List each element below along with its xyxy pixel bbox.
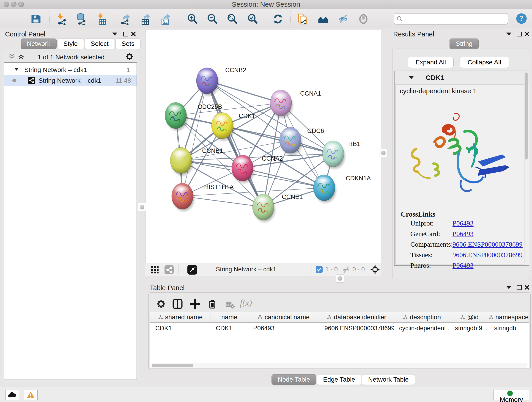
tab-node-table[interactable]: Node Table (272, 374, 316, 385)
crosslink-link[interactable]: P06493 (452, 230, 474, 238)
table-cell[interactable]: CDK1 (150, 323, 211, 333)
crosslink-link[interactable]: 9606.ENSP00000378699 (452, 251, 523, 259)
bottom-splitter-handle[interactable] (336, 274, 344, 283)
show-all-button[interactable] (357, 13, 370, 26)
control-panel-float-icon[interactable] (123, 32, 128, 36)
hidden-eye-slash-icon[interactable] (342, 266, 351, 274)
save-icon (30, 13, 42, 25)
tab-network-table[interactable]: Network Table (362, 374, 415, 385)
create-column-button[interactable] (188, 297, 202, 311)
crosslink-link[interactable]: 9606.ENSP00000378699 (452, 240, 523, 248)
protein-section-header[interactable]: CDK1 (394, 71, 529, 84)
network-collection-row[interactable]: String Network – cdk1 1 (4, 65, 137, 75)
results-splitter[interactable] (389, 30, 389, 279)
column-header--id[interactable]: @id (450, 312, 489, 323)
export-network-button[interactable] (119, 13, 132, 26)
column-header-name[interactable]: name (211, 312, 248, 323)
open-session-button[interactable] (9, 13, 22, 26)
search-input[interactable] (404, 14, 506, 23)
column-header-namespace[interactable]: namespace (489, 312, 529, 323)
node-CCNE1[interactable]: CCNE1 (253, 193, 303, 220)
crosslink-link[interactable]: P06493 (452, 262, 474, 269)
node-HIST1H1A[interactable]: HIST1H1A (172, 183, 234, 209)
delete-column-button[interactable] (206, 297, 219, 311)
memory-button[interactable]: Memory (494, 390, 529, 400)
table-cell[interactable]: CDK1 (211, 323, 248, 333)
network-options-gear-icon[interactable] (125, 52, 134, 61)
network-canvas[interactable]: CCNB2CCNA1CDC25BCDK1CDC6RB1CCNB1CCNA2CDK… (145, 30, 381, 263)
results-panel-close-icon[interactable] (524, 31, 530, 37)
zoom-out-button[interactable] (206, 13, 219, 26)
export-table-button[interactable] (139, 13, 152, 26)
right-splitter-handle[interactable] (379, 149, 387, 157)
function-builder-button[interactable]: f(x) (240, 298, 252, 308)
node-CDKN1A[interactable]: CDKN1A (313, 175, 371, 201)
selected-indicator-checkbox[interactable] (316, 266, 323, 273)
table-cell[interactable]: 9606.ENSP00000378699 (319, 323, 394, 333)
collapse-all-icon[interactable] (8, 53, 16, 60)
home-button[interactable] (317, 13, 330, 26)
column-header-database-identifier[interactable]: database identifier (319, 312, 394, 323)
node-CCNA1[interactable]: CCNA1 (270, 90, 321, 116)
tab-sets[interactable]: Sets (115, 38, 141, 49)
table-scrollbar-thumb[interactable] (152, 364, 193, 367)
column-header-canonical-name[interactable]: canonical name (248, 312, 319, 323)
zoom-selected-button[interactable] (246, 13, 259, 26)
network-edge[interactable] (182, 196, 263, 207)
table-cell[interactable]: stringdb:9... (450, 323, 489, 333)
tab-select[interactable]: Select (85, 38, 115, 49)
zoom-in-button[interactable] (186, 13, 199, 26)
table-cell[interactable]: P06493 (248, 323, 319, 333)
network-edge[interactable] (182, 81, 207, 196)
tab-string[interactable]: String (450, 38, 479, 49)
tab-network[interactable]: Network (21, 38, 57, 49)
show-columns-button[interactable] (171, 297, 184, 311)
table-horizontal-scrollbar[interactable] (151, 363, 527, 368)
left-splitter-handle[interactable] (138, 203, 146, 211)
table-tabs: Node TableEdge TableNetwork Table (272, 374, 416, 385)
export-image-button[interactable] (159, 13, 172, 26)
hide-selected-button[interactable] (337, 13, 350, 26)
tab-edge-table[interactable]: Edge Table (317, 374, 361, 385)
warnings-button[interactable] (24, 390, 38, 400)
import-network-from-database-button[interactable] (75, 13, 88, 26)
control-panel-collapse-icon[interactable] (112, 32, 117, 36)
column-header-description[interactable]: description (394, 312, 450, 323)
expand-all-button[interactable]: Expand All (408, 57, 454, 68)
import-table-from-file-button[interactable] (96, 13, 109, 26)
grid-view-icon[interactable] (151, 266, 159, 274)
table-panel-collapse-icon[interactable] (506, 286, 511, 289)
network-selection-status: 1 of 1 Network selected (23, 54, 119, 61)
delete-table-button[interactable] (223, 299, 237, 313)
string-import-button[interactable] (297, 13, 309, 26)
results-scrollbar-thumb[interactable] (525, 72, 528, 160)
table-cell[interactable]: cyclin-dependent ... (394, 323, 450, 333)
column-header-shared-name[interactable]: shared name (150, 312, 211, 323)
results-panel-float-icon[interactable] (517, 32, 522, 36)
node-label: CDK1 (239, 113, 255, 119)
results-scrollbar[interactable] (524, 71, 528, 265)
table-cell[interactable]: stringdb (489, 323, 529, 333)
protein-collapse-icon[interactable] (409, 76, 414, 79)
zoom-fit-button[interactable] (226, 13, 239, 26)
network-view-icon[interactable] (165, 265, 174, 274)
table-panel-close-icon[interactable] (524, 285, 530, 290)
control-panel-close-icon[interactable] (131, 31, 136, 37)
tab-style[interactable]: Style (57, 38, 84, 49)
import-network-from-file-button[interactable] (56, 13, 69, 26)
apply-layout-button[interactable] (272, 13, 284, 26)
save-session-button[interactable] (30, 13, 42, 26)
network-row[interactable]: String Network – cdk1 11 48 (4, 75, 137, 86)
table-panel-float-icon[interactable] (517, 285, 522, 290)
column-network-icon (489, 315, 493, 319)
collapse-all-button[interactable]: Collapse All (460, 57, 509, 68)
crosslink-link[interactable]: P06493 (452, 219, 474, 227)
detach-view-icon[interactable] (187, 265, 197, 274)
crosslinks-list: Uniprot:P06493GeneCard:P06493Compartment… (396, 219, 525, 274)
birds-eye-crosshair-icon[interactable] (370, 265, 380, 274)
table-options-gear-button[interactable] (154, 297, 168, 311)
collection-expand-icon[interactable] (14, 68, 19, 70)
results-panel-collapse-icon[interactable] (506, 32, 511, 36)
automation-cloud-button[interactable] (6, 390, 19, 400)
help-button[interactable]: ? (515, 12, 528, 25)
